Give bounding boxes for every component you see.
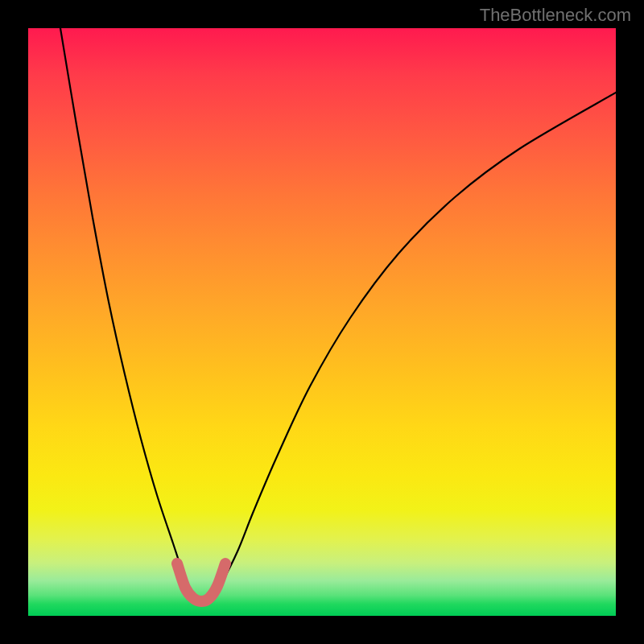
- curve-svg: [28, 28, 616, 616]
- watermark-text: TheBottleneck.com: [480, 5, 631, 26]
- bottleneck-curve: [60, 28, 616, 601]
- minimum-highlight: [177, 564, 225, 601]
- plot-area: [28, 28, 616, 616]
